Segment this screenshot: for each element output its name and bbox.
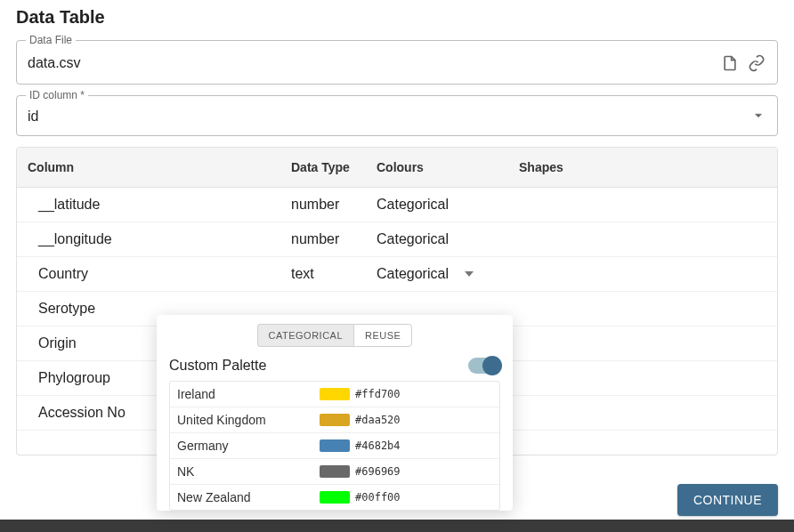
column-name: Country	[26, 266, 291, 282]
table-row[interactable]: __latitudenumberCategorical	[17, 188, 777, 222]
palette-row[interactable]: Ireland#ffd700	[170, 382, 499, 407]
id-column-field[interactable]: ID column * id	[16, 95, 778, 136]
palette-hex: #696969	[355, 465, 401, 478]
palette-row[interactable]: Germany#4682b4	[170, 433, 499, 459]
colour-swatch[interactable]	[320, 491, 350, 504]
palette-row[interactable]: NK#696969	[170, 459, 499, 485]
colour-popover: CATEGORICAL REUSE Custom Palette Ireland…	[157, 315, 513, 511]
colours-value: Categorical	[377, 231, 449, 247]
data-file-field[interactable]: Data File	[16, 40, 778, 85]
chevron-down-icon[interactable]	[465, 271, 474, 277]
column-datatype: text	[291, 266, 377, 282]
table-row[interactable]: CountrytextCategorical	[17, 257, 777, 292]
popover-tabs: CATEGORICAL REUSE	[169, 324, 500, 347]
header-datatype: Data Type	[291, 160, 377, 174]
colour-swatch[interactable]	[320, 465, 350, 478]
tab-categorical[interactable]: CATEGORICAL	[257, 324, 354, 347]
header-colours: Colours	[377, 160, 519, 174]
link-icon[interactable]	[747, 53, 766, 73]
palette-hex: #daa520	[355, 414, 401, 426]
palette-name: Germany	[177, 439, 320, 453]
header-column: Column	[26, 160, 291, 174]
custom-palette-label: Custom Palette	[169, 358, 266, 374]
palette-hex: #4682b4	[355, 439, 401, 452]
column-name: __longitude	[26, 231, 291, 247]
custom-palette-toggle[interactable]	[468, 358, 500, 374]
palette-hex: #00ff00	[355, 491, 401, 504]
id-column-value: id	[28, 109, 752, 125]
continue-button[interactable]: CONTINUE	[677, 484, 778, 516]
column-colours[interactable]: Categorical	[377, 231, 519, 247]
column-name: __latitude	[26, 197, 291, 213]
table-row[interactable]: __longitudenumberCategorical	[17, 222, 777, 257]
palette-name: United Kingdom	[177, 413, 320, 427]
colour-swatch[interactable]	[320, 439, 350, 452]
palette-name: New Zealand	[177, 490, 320, 504]
id-column-label: ID column *	[26, 89, 88, 101]
file-icon[interactable]	[720, 53, 740, 73]
palette-row[interactable]: New Zealand#00ff00	[170, 485, 499, 510]
page-title: Data Table	[16, 7, 778, 28]
data-file-input[interactable]	[28, 55, 720, 71]
colours-value: Categorical	[377, 266, 449, 282]
column-datatype: number	[291, 231, 377, 247]
footer-stripe	[0, 520, 794, 532]
palette-name: Ireland	[177, 387, 320, 401]
colours-value: Categorical	[377, 197, 449, 213]
data-file-label: Data File	[26, 34, 76, 46]
palette-row[interactable]: United Kingdom#daa520	[170, 407, 499, 433]
chevron-down-icon[interactable]	[752, 109, 766, 124]
palette-name: NK	[177, 464, 320, 479]
column-colours[interactable]: Categorical	[377, 266, 519, 282]
palette-hex: #ffd700	[355, 388, 401, 400]
header-shapes: Shapes	[519, 160, 768, 174]
palette-list[interactable]: Ireland#ffd700United Kingdom#daa520Germa…	[169, 381, 500, 511]
tab-reuse[interactable]: REUSE	[353, 324, 412, 347]
colour-swatch[interactable]	[320, 414, 350, 426]
column-datatype: number	[291, 197, 377, 213]
column-colours[interactable]: Categorical	[377, 197, 519, 213]
table-header: Column Data Type Colours Shapes	[17, 148, 777, 188]
colour-swatch[interactable]	[320, 388, 350, 400]
